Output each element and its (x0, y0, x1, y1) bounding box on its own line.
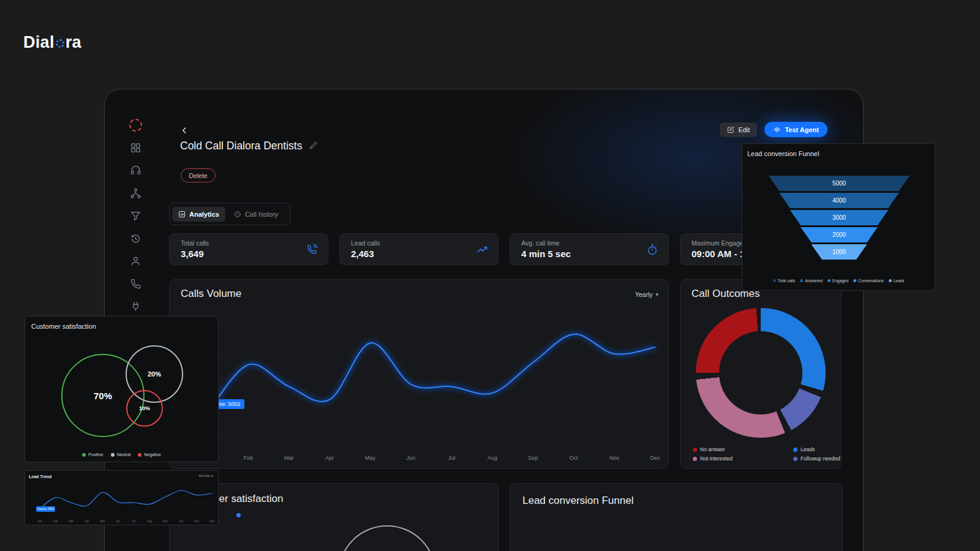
lead-trend-overlay-card: Lead Trend Monthly ▾ JanFebMarAprMayJunJ… (24, 470, 219, 525)
legend-item: Followup needed (793, 455, 840, 462)
legend-item: Total calls (773, 279, 796, 283)
x-axis-label: May (365, 455, 375, 461)
sidebar-item-dashboard[interactable] (128, 140, 143, 155)
sidebar-item-integrations[interactable] (128, 299, 143, 313)
sidebar (105, 118, 166, 336)
x-axis-label: May (100, 520, 105, 523)
call-outcomes-legend-right: LeadsFollowup needed (793, 446, 840, 462)
edit-button[interactable]: Edit (720, 122, 757, 137)
x-axis-label: Nov (194, 520, 199, 523)
bubble-negative-value: 10% (139, 405, 150, 411)
grid-icon (130, 142, 141, 154)
logo-text-suffix: ra (66, 33, 81, 52)
legend-item: Engaged (827, 279, 848, 283)
legend-label: Negative (144, 452, 161, 457)
legend-label: Leads (894, 279, 905, 283)
call-outcomes-legend-left: No answerNot interested (693, 446, 733, 462)
calls-volume-line (208, 334, 655, 413)
x-axis-label: Jun (407, 455, 416, 461)
analytics-icon (178, 211, 186, 218)
legend-dot (793, 457, 797, 461)
legend-dot (693, 457, 697, 461)
funnel-segment: 4000 (766, 193, 913, 208)
timer-icon (646, 244, 658, 258)
satisfaction-overlay-title: Customer satisfaction (31, 323, 212, 330)
stat-card-total-calls: Total calls 3,649 (169, 233, 328, 265)
phone-icon (130, 278, 141, 290)
funnel-icon (130, 210, 141, 222)
call-outcomes-card: Call Outcomes No answerNot interested Le… (680, 279, 842, 469)
legend-dot (82, 453, 86, 457)
x-axis-label: Aug (488, 455, 497, 461)
test-agent-button[interactable]: Test Agent (764, 122, 827, 137)
legend-item: Negative (138, 452, 161, 457)
sidebar-item-workflow[interactable] (128, 186, 143, 200)
legend-item: Answered (800, 279, 823, 283)
call-outcomes-donut (696, 308, 826, 438)
tab-call-history-label: Call history (245, 211, 278, 218)
bubble-positive-value: 70% (94, 391, 112, 401)
x-axis-label: Sep (528, 455, 538, 461)
funnel-legend: Total callsAnsweredEngagedConversationsL… (742, 279, 935, 283)
legend-dot (827, 279, 831, 282)
header-actions: Edit Test Agent (720, 122, 827, 137)
tab-call-history[interactable]: Call history (228, 207, 284, 222)
logo-o-icon (56, 39, 64, 48)
legend-label: Total calls (778, 279, 796, 283)
sidebar-item-agent[interactable] (128, 118, 143, 132)
chevron-left-icon (179, 125, 190, 136)
stat-value: 3,649 (181, 249, 318, 259)
x-axis-label: Jul (448, 455, 456, 461)
legend-dot (853, 279, 856, 282)
sidebar-item-support[interactable] (128, 163, 143, 178)
donut-hole (719, 331, 802, 414)
lead-trend-line (40, 490, 213, 509)
funnel-overlay-title: Lead conversion Funnel (747, 150, 930, 157)
sidebar-item-funnel[interactable] (128, 208, 143, 223)
clock-icon (234, 211, 241, 218)
app-logo: Dial ra (23, 33, 81, 52)
x-axis-label: Jul (132, 520, 136, 523)
x-axis-label: Apr (325, 455, 334, 461)
x-axis-label: Oct (570, 455, 578, 461)
funnel-overlay-card: Lead conversion Funnel 50004000300020001… (742, 143, 935, 291)
legend-item: Conversations (853, 279, 884, 283)
funnel-segment: 3000 (766, 210, 913, 225)
user-icon (130, 255, 141, 267)
sidebar-item-calls[interactable] (128, 276, 143, 291)
legend-label: Answered (805, 279, 823, 283)
stat-label: Lead calls (351, 239, 488, 247)
x-axis-label: Apr (85, 520, 89, 523)
x-axis-label: Sep (163, 520, 168, 523)
lead-trend-title: Lead Trend (29, 474, 214, 479)
legend-item: Leads (889, 279, 905, 283)
monthly-dropdown[interactable]: Monthly ▾ (198, 474, 213, 478)
tab-analytics[interactable]: Analytics (172, 207, 225, 222)
calls-volume-card: Calls Volume Yearly ▾ JanFebMarAprMayJun… (169, 279, 669, 469)
x-axis-label: Oct (179, 520, 183, 523)
legend-dot (111, 453, 115, 457)
x-axis-label: Mar (69, 520, 74, 523)
legend-item: Positive (82, 452, 104, 457)
x-axis-label: Mar (284, 455, 294, 461)
bubble-neutral-value: 20% (148, 370, 161, 378)
legend-label: No answer (700, 446, 725, 452)
rename-pencil-icon[interactable] (309, 141, 317, 152)
headset-icon (130, 165, 141, 176)
calls-volume-chart (170, 280, 669, 469)
sidebar-item-history[interactable] (128, 231, 143, 246)
delete-button[interactable]: Delete (181, 168, 216, 182)
monthly-dropdown-value: Monthly (198, 474, 210, 478)
x-axis-label: Jun (116, 520, 120, 523)
legend-item: No answer (693, 446, 733, 452)
tab-bar: Analytics Call history (169, 203, 290, 225)
sidebar-item-contacts[interactable] (128, 253, 143, 268)
plug-icon (130, 301, 141, 312)
funnel-segment-value: 5000 (832, 180, 846, 187)
legend-dot (693, 448, 697, 452)
funnel-segment-value: 1000 (832, 249, 846, 255)
legend-label: Positive (88, 452, 104, 457)
back-button[interactable] (177, 123, 192, 138)
x-axis-label: Jan (37, 520, 42, 523)
lead-conversion-funnel-card: Lead conversion Funnel (510, 483, 843, 551)
